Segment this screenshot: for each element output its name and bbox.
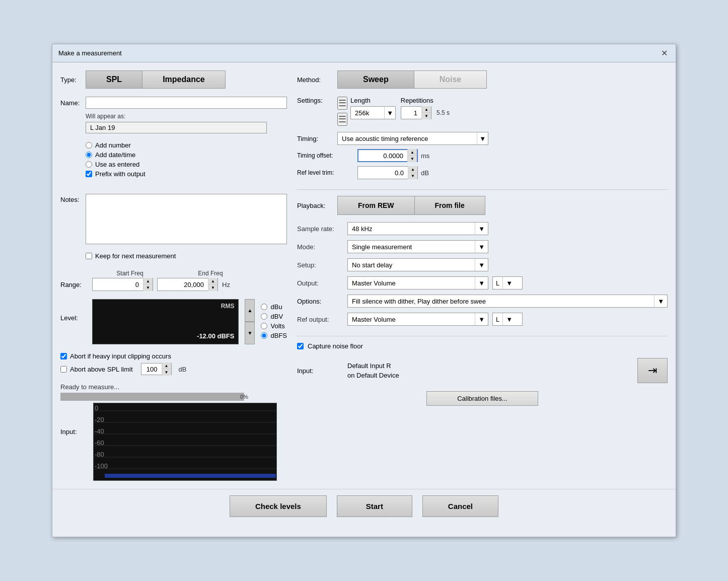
dbv-option[interactable]: dBV <box>261 313 287 320</box>
ref-output-arrow[interactable]: ▼ <box>475 313 488 325</box>
abort-spl-checkbox[interactable] <box>60 366 67 373</box>
svg-text:-60: -60 <box>95 439 104 447</box>
keep-row[interactable]: Keep for next measurement <box>86 252 287 260</box>
ref-level-input[interactable]: 0.0 ▲ ▼ <box>357 166 418 179</box>
options-arrow[interactable]: ▼ <box>654 295 667 307</box>
mode-arrow[interactable]: ▼ <box>475 241 488 253</box>
dialog-title: Make a measurement <box>58 49 122 57</box>
calibration-button[interactable]: Calibration files... <box>426 391 538 406</box>
end-freq-down[interactable]: ▼ <box>208 284 217 291</box>
notes-input[interactable] <box>86 194 287 244</box>
add-number-option[interactable]: Add number <box>86 141 145 149</box>
setup-dropdown[interactable]: No start delay ▼ <box>347 258 488 271</box>
sweep-button[interactable]: Sweep <box>337 70 414 89</box>
keep-checkbox[interactable] <box>86 253 92 259</box>
start-freq-down[interactable]: ▼ <box>143 284 153 291</box>
spl-down[interactable]: ▼ <box>162 369 171 376</box>
ref-output-value: Master Volume <box>348 316 475 323</box>
input-label: Input: <box>60 403 88 435</box>
input-device-button[interactable]: ⇥ <box>637 358 668 383</box>
prefix-with-output-option[interactable]: Prefix with output <box>86 170 145 178</box>
end-freq-up[interactable]: ▲ <box>208 278 217 284</box>
level-down-arrow[interactable]: ▼ <box>245 322 255 344</box>
offset-down[interactable]: ▼ <box>408 156 417 162</box>
spl-value-spinner[interactable]: 100 ▲ ▼ <box>141 363 172 375</box>
appear-label: Will appear as: <box>86 113 287 120</box>
abort-spl-option[interactable]: Abort above SPL limit <box>60 366 133 373</box>
sample-rate-arrow[interactable]: ▼ <box>475 223 488 235</box>
settings-table-icon-2[interactable]: ☰ <box>337 113 347 126</box>
dbu-option[interactable]: dBu <box>261 303 287 311</box>
check-levels-button[interactable]: Check levels <box>230 495 327 517</box>
input-section: Input: 0 -20 -40 -60 -80 <box>60 403 287 481</box>
options-dropdown[interactable]: Fill silence with dither, Play dither be… <box>347 295 668 308</box>
settings-table-icon-1[interactable]: ☰ <box>337 97 347 110</box>
noise-button[interactable]: Noise <box>414 70 487 89</box>
keep-label: Keep for next measurement <box>95 252 176 260</box>
ref-level-row: Ref level trim: 0.0 ▲ ▼ dB <box>297 166 668 179</box>
volts-option[interactable]: Volts <box>261 322 287 330</box>
repetitions-spinner[interactable]: 1 ▲ ▼ <box>401 106 431 119</box>
end-freq-spinner[interactable]: 20,000 ▲ ▼ <box>157 278 218 291</box>
rep-up[interactable]: ▲ <box>422 106 431 113</box>
abort-clipping-option[interactable]: Abort if heavy input clipping occurs <box>60 352 171 360</box>
close-button[interactable]: ✕ <box>659 48 670 58</box>
output-arrow[interactable]: ▼ <box>475 277 488 289</box>
ref-down[interactable]: ▼ <box>408 173 417 179</box>
bottom-buttons: Check levels Start Cancel <box>52 489 676 523</box>
dbfs-option[interactable]: dBFS <box>261 332 287 339</box>
offset-up[interactable]: ▲ <box>408 149 417 156</box>
input-graph: 0 -20 -40 -60 -80 -100 <box>93 403 277 481</box>
output-dropdown[interactable]: Master Volume ▼ <box>347 276 488 289</box>
name-label: Name: <box>60 99 86 107</box>
spl-db-label: dB <box>179 366 187 373</box>
spl-button[interactable]: SPL <box>86 70 142 89</box>
ref-output-label: Ref output: <box>297 316 347 323</box>
from-file-button[interactable]: From file <box>414 196 485 215</box>
rep-down[interactable]: ▼ <box>422 113 431 119</box>
sample-rate-value: 48 kHz <box>348 225 475 233</box>
dbu-label: dBu <box>270 303 282 311</box>
ref-up[interactable]: ▲ <box>408 166 417 173</box>
cancel-button[interactable]: Cancel <box>422 495 498 517</box>
timing-dropdown-arrow[interactable]: ▼ <box>477 132 488 144</box>
start-freq-spinner[interactable]: 0 ▲ ▼ <box>92 278 153 291</box>
ref-output-channel-arrow[interactable]: ▼ <box>502 313 516 325</box>
length-dropdown-arrow[interactable]: ▼ <box>384 107 395 119</box>
output-channel-arrow[interactable]: ▼ <box>502 277 516 289</box>
level-up-arrow[interactable]: ▲ <box>245 299 255 322</box>
input-device-icon: ⇥ <box>648 364 657 377</box>
name-input[interactable] <box>86 97 287 109</box>
timing-dropdown[interactable]: Use acoustic timing reference ▼ <box>337 132 488 145</box>
setup-value: No start delay <box>348 261 475 269</box>
end-freq-value: 20,000 <box>158 281 208 288</box>
spl-value: 100 <box>141 366 162 373</box>
repetitions-header: Repetitions <box>401 97 433 104</box>
timing-offset-input[interactable]: 0.0000 ▲ ▼ <box>357 149 418 162</box>
sample-rate-dropdown[interactable]: 48 kHz ▼ <box>347 222 488 235</box>
right-panel: Method: Sweep Noise Settings: ☰ ☰ Len <box>297 70 668 481</box>
setup-arrow[interactable]: ▼ <box>475 259 488 271</box>
ref-output-channel-dropdown[interactable]: L ▼ <box>492 313 523 326</box>
range-section: Start Freq End Freq Range: 0 ▲ ▼ 20,000 <box>60 270 287 291</box>
seconds-label: 5.5 s <box>436 109 450 116</box>
start-freq-up[interactable]: ▲ <box>143 278 153 284</box>
ref-output-dropdown[interactable]: Master Volume ▼ <box>347 313 488 326</box>
svg-text:0: 0 <box>95 404 98 412</box>
length-dropdown[interactable]: 256k ▼ <box>350 106 396 119</box>
output-channel-value: L <box>493 279 502 287</box>
abort-clipping-checkbox[interactable] <box>60 353 67 359</box>
spl-up[interactable]: ▲ <box>162 362 171 369</box>
input-device-line2: on Default Device <box>347 371 637 381</box>
output-channel-dropdown[interactable]: L ▼ <box>492 276 523 289</box>
capture-checkbox[interactable] <box>297 343 304 349</box>
from-rew-button[interactable]: From REW <box>337 196 414 215</box>
impedance-button[interactable]: Impedance <box>142 70 226 89</box>
add-date-option[interactable]: Add date/time <box>86 151 145 159</box>
mode-dropdown[interactable]: Single measurement ▼ <box>347 240 488 253</box>
svg-text:-40: -40 <box>95 427 104 435</box>
start-button[interactable]: Start <box>337 495 412 517</box>
type-row: Type: SPL Impedance <box>60 70 287 89</box>
add-number-label: Add number <box>95 141 131 149</box>
use-as-entered-option[interactable]: Use as entered <box>86 161 145 168</box>
